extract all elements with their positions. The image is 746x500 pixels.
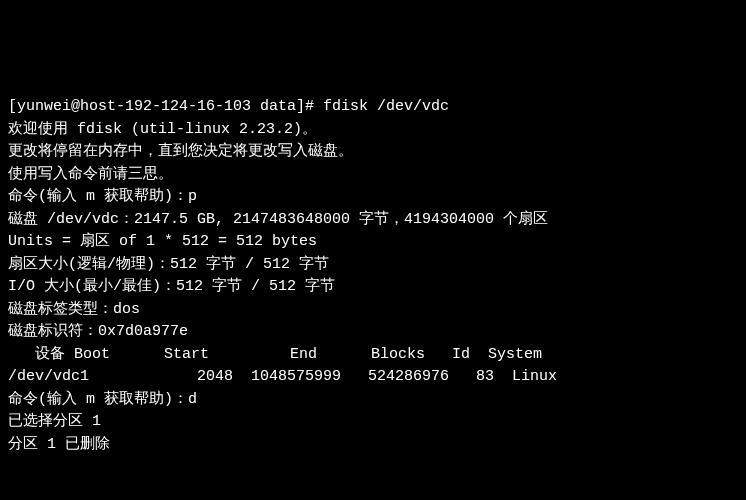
io-size-line: I/O 大小(最小/最佳)：512 字节 / 512 字节 bbox=[8, 276, 738, 299]
warn-write: 使用写入命令前请三思。 bbox=[8, 164, 738, 187]
units-line: Units = 扇区 of 1 * 512 = 512 bytes bbox=[8, 231, 738, 254]
partition-table-header: 设备 Boot Start End Blocks Id System bbox=[8, 344, 738, 367]
fdisk-prompt-d[interactable]: 命令(输入 m 获取帮助)：d bbox=[8, 389, 738, 412]
label-type-line: 磁盘标签类型：dos bbox=[8, 299, 738, 322]
shell-prompt[interactable]: [yunwei@host-192-124-16-103 data]# fdisk… bbox=[8, 96, 738, 119]
sector-size-line: 扇区大小(逻辑/物理)：512 字节 / 512 字节 bbox=[8, 254, 738, 277]
partition-table-row: /dev/vdc1 2048 1048575999 524286976 83 L… bbox=[8, 366, 738, 389]
deleted-partition: 分区 1 已删除 bbox=[8, 434, 738, 457]
disk-id-line: 磁盘标识符：0x7d0a977e bbox=[8, 321, 738, 344]
fdisk-prompt-p[interactable]: 命令(输入 m 获取帮助)：p bbox=[8, 186, 738, 209]
warn-memory: 更改将停留在内存中，直到您决定将更改写入磁盘。 bbox=[8, 141, 738, 164]
welcome-message: 欢迎使用 fdisk (util-linux 2.23.2)。 bbox=[8, 119, 738, 142]
disk-summary: 磁盘 /dev/vdc：2147.5 GB, 2147483648000 字节，… bbox=[8, 209, 738, 232]
selected-partition: 已选择分区 1 bbox=[8, 411, 738, 434]
